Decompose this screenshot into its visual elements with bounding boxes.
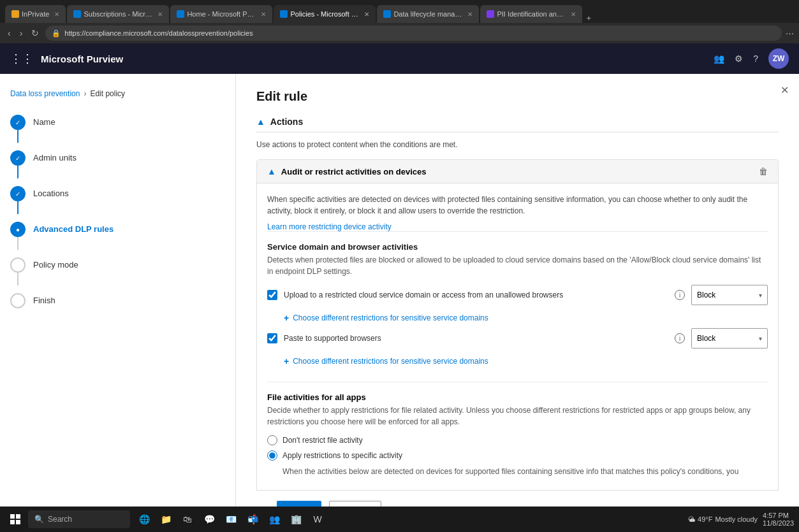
actions-section-header: ▲ Actions [256, 117, 779, 133]
step-finish[interactable]: Finish [10, 289, 225, 312]
sidebar: Data loss prevention › Edit policy ✓ Nam… [0, 74, 236, 532]
tab-pii[interactable]: PII Identification and Minimizati... ✕ [480, 5, 582, 23]
app-title: Microsoft Purview [41, 54, 123, 64]
panel-title: Edit rule [256, 89, 779, 104]
tab-home[interactable]: Home - Microsoft Purview ✕ [170, 5, 272, 23]
step-admin-units[interactable]: ✓ Admin units [10, 147, 225, 182]
step-circle-locations: ✓ [10, 186, 26, 201]
step-label-policy: Policy mode [33, 257, 78, 270]
radio-dont-restrict-input[interactable] [267, 435, 277, 445]
taskbar-search[interactable]: 🔍 Search [28, 510, 130, 528]
nav-refresh[interactable]: ↻ [29, 27, 41, 40]
svg-rect-1 [16, 514, 20, 519]
learn-more-link[interactable]: Learn more restricting device activity [267, 222, 392, 231]
taskbar-mail-icon[interactable]: 📧 [222, 510, 240, 528]
help-communities-icon[interactable]: 👥 [714, 54, 724, 64]
nav-back[interactable]: ‹ [5, 27, 13, 40]
help-icon[interactable]: ? [753, 54, 758, 64]
taskbar-right: 🌥 49°F Mostly cloudy 4:57 PM 11/8/2023 [688, 512, 794, 527]
tab-icon-inprivate [11, 10, 19, 18]
taskbar-outlook-icon[interactable]: 📬 [244, 510, 261, 528]
checkbox-row-paste: Paste to supported browsers i Block ▾ [267, 328, 768, 349]
edit-rule-panel: ✕ Edit rule ▲ Actions Use actions to pro… [236, 74, 799, 532]
taskbar-teams-icon[interactable]: 💬 [200, 510, 218, 528]
upload-info-icon[interactable]: i [675, 290, 685, 300]
checkbox-row-upload: Upload to a restricted cloud service dom… [267, 285, 768, 305]
step-circle-policy [10, 257, 26, 273]
browser-chrome: InPrivate ✕ Subscriptions - Microsoft 36… [0, 0, 799, 23]
panel-close-button[interactable]: ✕ [781, 84, 789, 96]
address-bar[interactable]: 🔒 https://compliance.microsoft.com/datal… [45, 25, 782, 41]
search-icon: 🔍 [34, 515, 44, 524]
actions-description: Use actions to protect content when the … [256, 140, 779, 149]
file-activities-title: File activities for all apps [267, 392, 768, 402]
actions-collapse-icon[interactable]: ▲ [256, 117, 265, 127]
tab-policies[interactable]: Policies - Microsoft Purview ✕ [274, 5, 376, 23]
header-icons: 👥 ⚙ ? ZW [714, 48, 789, 69]
taskbar: 🔍 Search 🌐 📁 🛍 💬 📧 📬 👥 🏢 W 🌥 49°F Mostly… [0, 507, 799, 532]
service-domain-title: Service domain and browser activities [267, 242, 768, 252]
step-name[interactable]: ✓ Name [10, 111, 225, 147]
add-restriction-upload[interactable]: + Choose different restrictions for sens… [267, 310, 768, 328]
step-label-dlp: Advanced DLP rules [33, 222, 114, 234]
start-button[interactable] [5, 510, 26, 528]
paste-block-dropdown[interactable]: Block ▾ [691, 328, 768, 349]
settings-icon[interactable]: ⚙ [735, 54, 743, 64]
step-label-admin: Admin units [33, 150, 77, 162]
audit-block-body: When specific activities are detected on… [257, 183, 778, 498]
taskbar-pinned-icons: 🌐 📁 🛍 💬 📧 📬 👥 🏢 W [135, 510, 326, 528]
audit-block-title: Audit or restrict activities on devices [281, 167, 754, 176]
tab-icon-pii [487, 10, 494, 18]
taskbar-files-icon[interactable]: 📁 [157, 510, 175, 528]
extensions-icon[interactable]: ⋯ [786, 29, 794, 38]
tab-inprivate[interactable]: InPrivate ✕ [5, 5, 66, 23]
radio-dont-restrict: Don't restrict file activity [267, 435, 768, 445]
tab-dlm[interactable]: Data lifecycle management - M... ✕ [377, 5, 479, 23]
weather-icon: 🌥 [688, 515, 695, 523]
step-circle-name: ✓ [10, 115, 26, 130]
tab-subscriptions[interactable]: Subscriptions - Microsoft 365 a... ✕ [67, 5, 169, 23]
nav-icons: ⋯ [786, 29, 794, 38]
paste-info-icon[interactable]: i [675, 333, 685, 343]
tab-icon-dlm [383, 10, 391, 18]
breadcrumb-parent[interactable]: Data loss prevention [10, 89, 80, 98]
taskbar-teams2-icon[interactable]: 👥 [265, 510, 283, 528]
system-time: 4:57 PM 11/8/2023 [763, 512, 794, 527]
step-advanced-dlp[interactable]: ● Advanced DLP rules [10, 218, 225, 254]
audit-collapse-icon[interactable]: ▲ [267, 166, 276, 176]
taskbar-store-icon[interactable]: 🛍 [179, 510, 196, 528]
add-restriction-paste[interactable]: + Choose different restrictions for sens… [267, 354, 768, 371]
step-locations[interactable]: ✓ Locations [10, 182, 225, 218]
taskbar-word-icon[interactable]: W [309, 510, 326, 528]
step-policy-mode[interactable]: Policy mode [10, 254, 225, 289]
step-circle-dlp: ● [10, 222, 26, 237]
step-label-finish: Finish [33, 293, 55, 305]
weather-widget: 🌥 49°F Mostly cloudy [688, 515, 758, 523]
stepper: ✓ Name ✓ Admin units ✓ [10, 111, 225, 312]
browser-tabs: InPrivate ✕ Subscriptions - Microsoft 36… [5, 0, 794, 23]
radio-dont-restrict-label: Don't restrict file activity [282, 436, 363, 445]
taskbar-sharepoint-icon[interactable]: 🏢 [287, 510, 305, 528]
checkbox-paste-label: Paste to supported browsers [284, 334, 668, 343]
file-activities-section: File activities for all apps Decide whet… [267, 382, 768, 487]
taskbar-edge-icon[interactable]: 🌐 [135, 510, 153, 528]
service-domain-section: Service domain and browser activities De… [267, 231, 768, 382]
app-header: ⋮⋮ Microsoft Purview 👥 ⚙ ? ZW [0, 43, 799, 74]
radio-apply-input[interactable] [267, 450, 277, 461]
user-avatar[interactable]: ZW [768, 48, 789, 69]
new-tab-button[interactable]: + [586, 13, 591, 23]
upload-block-dropdown[interactable]: Block ▾ [691, 285, 768, 305]
actions-title: Actions [270, 117, 303, 127]
nav-forward[interactable]: › [17, 27, 26, 40]
svg-rect-0 [10, 514, 15, 519]
service-domain-desc: Detects when protected files are blocked… [267, 254, 768, 277]
file-activities-subtext: When the activities below are detected o… [267, 466, 768, 477]
checkbox-paste[interactable] [267, 333, 277, 343]
hamburger-menu[interactable]: ⋮⋮ [10, 52, 33, 66]
checkbox-upload[interactable] [267, 290, 277, 300]
step-circle-finish [10, 293, 26, 308]
file-activities-desc: Decide whether to apply restrictions for… [267, 405, 768, 428]
step-label-name: Name [33, 115, 55, 127]
audit-block: ▲ Audit or restrict activities on device… [256, 159, 779, 498]
audit-delete-icon[interactable]: 🗑 [759, 166, 768, 176]
